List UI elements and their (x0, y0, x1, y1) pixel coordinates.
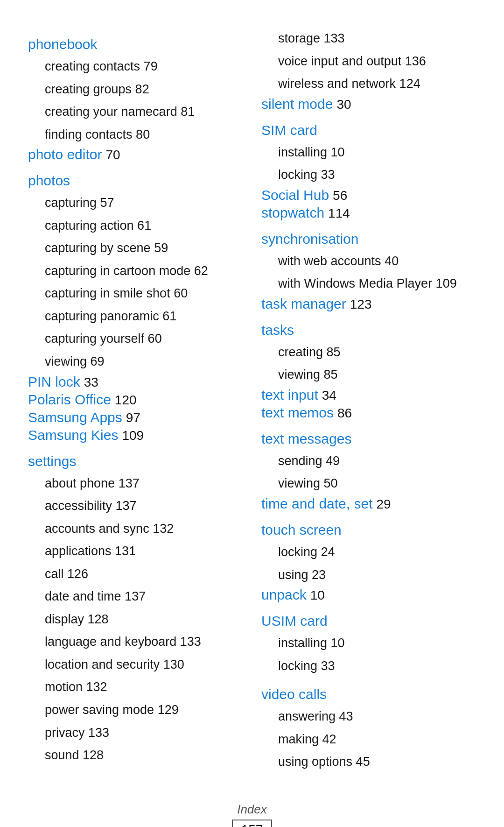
index-section: Samsung Apps97 (28, 410, 243, 425)
index-section: text memos86 (261, 405, 476, 421)
index-heading: photos (28, 173, 243, 189)
index-section: language and keyboard 133 (28, 631, 243, 652)
index-heading: silent mode (261, 96, 333, 112)
index-section: location and security 130 (28, 654, 243, 675)
index-section: task manager123 (261, 296, 476, 312)
index-sub-item: installing 10 (278, 633, 476, 654)
index-section: capturing action 61 (28, 215, 243, 236)
index-section: Samsung Kies109 (28, 427, 243, 443)
index-heading: touch screen (261, 522, 476, 538)
index-heading: text memos (261, 405, 334, 421)
page-number: 70 (105, 148, 120, 163)
index-sub-item: capturing by scene 59 (45, 238, 243, 259)
footer-label: Index (28, 802, 476, 817)
index-sub-item: with Windows Media Player 109 (278, 273, 476, 294)
index-section: with Windows Media Player 109 (261, 273, 476, 294)
index-heading: unpack (261, 587, 307, 603)
index-section: call 126 (28, 564, 243, 585)
index-section: using options 45 (261, 751, 476, 772)
index-sub-item: storage 133 (278, 28, 476, 49)
page-number: 34 (322, 388, 336, 403)
index-sub-item: creating your namecard 81 (45, 101, 243, 122)
index-section: applications 131 (28, 541, 243, 562)
page-footer: Index 157 (28, 802, 476, 827)
index-section: capturing yourself 60 (28, 328, 243, 349)
index-section: about phone 137 (28, 473, 243, 494)
index-sub-item: using 23 (278, 565, 476, 586)
index-section: accounts and sync 132 (28, 518, 243, 539)
index-heading: tasks (261, 322, 476, 338)
index-sub-item: viewing 85 (278, 364, 476, 385)
page-number: 33 (84, 375, 98, 390)
index-sub-item: voice input and output 136 (278, 51, 476, 72)
index-section: sound 128 (28, 745, 243, 766)
index-sub-item: capturing panoramic 61 (45, 306, 243, 327)
index-section: phonebook (28, 28, 243, 54)
index-heading: PIN lock (28, 374, 80, 390)
index-section: SIM card (261, 114, 476, 140)
index-sub-item: privacy 133 (45, 722, 243, 743)
index-heading: text messages (261, 431, 476, 447)
page-number: 109 (122, 428, 144, 443)
index-heading: Polaris Office (28, 392, 111, 408)
index-sub-item: wireless and network 124 (278, 73, 476, 94)
page-number: 97 (126, 410, 140, 425)
index-heading: settings (28, 453, 243, 469)
index-sub-item: locking 33 (278, 164, 476, 185)
index-section: Polaris Office120 (28, 392, 243, 408)
index-heading: photo editor (28, 147, 102, 163)
index-section: finding contacts 80 (28, 124, 243, 145)
index-sub-item: capturing action 61 (45, 215, 243, 236)
page-number: 10 (310, 588, 325, 603)
index-sub-item: using options 45 (278, 751, 476, 772)
index-heading: phonebook (28, 36, 243, 52)
index-section: creating contacts 79 (28, 56, 243, 77)
index-section: motion 132 (28, 677, 243, 698)
footer-page: 157 (232, 820, 273, 827)
index-section: viewing 50 (261, 473, 476, 494)
index-section: video calls (261, 678, 476, 704)
index-section: unpack10 (261, 587, 476, 603)
index-section: answering 43 (261, 706, 476, 727)
index-sub-item: finding contacts 80 (45, 124, 243, 145)
index-section: wireless and network 124 (261, 73, 476, 94)
index-section: tasks (261, 314, 476, 340)
index-section: photos (28, 164, 243, 191)
index-section: photo editor70 (28, 147, 243, 163)
index-section: using 23 (261, 565, 476, 586)
page-number: 29 (376, 497, 391, 512)
index-section: creating groups 82 (28, 79, 243, 100)
index-heading: task manager (261, 296, 346, 312)
page-number: 30 (336, 97, 351, 112)
index-sub-item: power saving mode 129 (45, 700, 243, 721)
index-heading: synchronisation (261, 231, 476, 247)
index-sub-item: location and security 130 (45, 654, 243, 675)
index-sub-item: call 126 (45, 564, 243, 585)
index-sub-item: viewing 50 (278, 473, 476, 494)
index-section: locking 33 (261, 164, 476, 185)
index-section: Social Hub56 (261, 187, 476, 203)
index-section: power saving mode 129 (28, 700, 243, 721)
index-page: phonebookcreating contacts 79creating gr… (28, 28, 476, 774)
index-section: date and time 137 (28, 586, 243, 607)
left-column: phonebookcreating contacts 79creating gr… (28, 28, 243, 774)
index-heading: SIM card (261, 122, 476, 138)
index-sub-item: creating groups 82 (45, 79, 243, 100)
index-section: viewing 69 (28, 351, 243, 372)
page-number: 123 (350, 297, 372, 312)
index-heading: time and date, set (261, 496, 372, 512)
index-section: accessibility 137 (28, 495, 243, 516)
index-sub-item: applications 131 (45, 541, 243, 562)
index-section: locking 24 (261, 542, 476, 563)
index-heading: text input (261, 387, 318, 403)
index-sub-item: accessibility 137 (45, 495, 243, 516)
index-sub-item: date and time 137 (45, 586, 243, 607)
right-column: storage 133voice input and output 136wir… (261, 28, 476, 774)
index-heading: stopwatch (261, 205, 324, 221)
index-sub-item: sound 128 (45, 745, 243, 766)
index-section: capturing in cartoon mode 62 (28, 261, 243, 282)
index-sub-item: accounts and sync 132 (45, 518, 243, 539)
index-sub-item: motion 132 (45, 677, 243, 698)
page-number: 56 (333, 188, 347, 203)
index-section: synchronisation (261, 223, 476, 249)
